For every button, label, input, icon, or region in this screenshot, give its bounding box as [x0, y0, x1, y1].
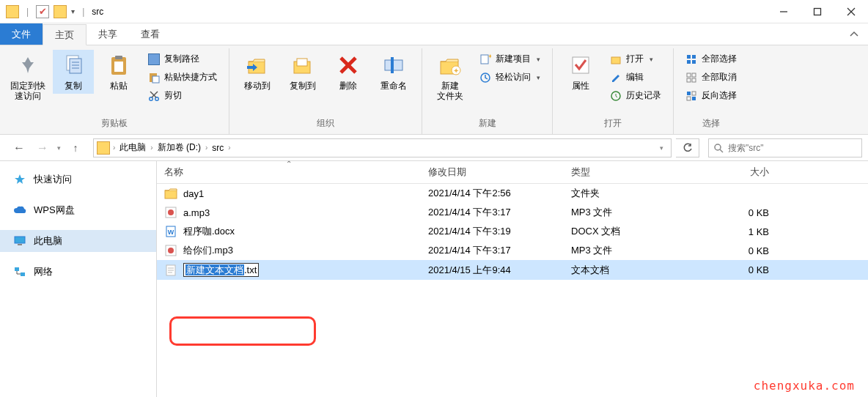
- chevron-up-icon: [849, 29, 859, 40]
- svg-point-54: [168, 209, 174, 215]
- svg-rect-50: [15, 267, 19, 271]
- svg-rect-40: [687, 78, 691, 82]
- copy-to-icon: [290, 53, 315, 78]
- edit-button[interactable]: 编辑: [607, 70, 664, 85]
- easy-access-button[interactable]: 轻松访问▾: [477, 70, 543, 85]
- sidebar-item-quick[interactable]: 快速访问: [0, 168, 156, 190]
- breadcrumb-pc[interactable]: 此电脑: [115, 141, 150, 154]
- column-size[interactable]: 大小: [688, 161, 776, 183]
- file-size: 0 KB: [688, 242, 776, 259]
- window-title: src: [92, 7, 103, 17]
- svg-rect-49: [18, 244, 22, 245]
- search-input[interactable]: [728, 143, 857, 153]
- svg-rect-20: [297, 59, 307, 66]
- paste-button[interactable]: 粘贴: [98, 50, 139, 94]
- properties-label: 属性: [572, 81, 589, 91]
- breadcrumb-folder[interactable]: src: [207, 143, 228, 153]
- maximize-button[interactable]: [801, 0, 834, 23]
- move-to-button[interactable]: 移动到: [237, 50, 278, 94]
- select-all-button[interactable]: 全部选择: [683, 51, 740, 67]
- delete-icon: [336, 53, 361, 78]
- column-type[interactable]: 类型: [564, 161, 688, 183]
- delete-button[interactable]: 删除: [328, 50, 369, 94]
- svg-rect-43: [692, 92, 696, 95]
- chevron-right-icon[interactable]: ›: [228, 144, 230, 152]
- close-icon: [847, 7, 856, 16]
- file-size: 0 KB: [688, 204, 776, 221]
- svg-rect-32: [611, 57, 620, 64]
- copy-icon: [61, 53, 86, 78]
- folder-qat-icon[interactable]: [54, 5, 67, 18]
- breadcrumb[interactable]: › 此电脑 › 新加卷 (D:) › src › ▾: [93, 138, 672, 157]
- forward-button[interactable]: →: [34, 141, 51, 155]
- back-button[interactable]: ←: [10, 141, 28, 155]
- star-icon: [13, 173, 26, 186]
- rename-label: 重命名: [380, 81, 407, 91]
- file-date: 2021/4/15 上午9:44: [421, 261, 564, 280]
- open-button[interactable]: 打开▾: [607, 51, 664, 67]
- new-folder-icon: ✦: [438, 53, 463, 78]
- pin-label: 固定到快 速访问: [10, 81, 45, 102]
- tab-share[interactable]: 共享: [87, 23, 129, 45]
- copy-button[interactable]: 复制: [53, 50, 94, 94]
- monitor-icon: [13, 234, 26, 248]
- svg-rect-38: [687, 73, 691, 77]
- history-dropdown-icon[interactable]: ▾: [57, 144, 61, 152]
- svg-rect-44: [687, 97, 691, 100]
- ribbon-group-clipboard: 固定到快 速访问 复制 粘贴 复制路径 粘贴快捷方式 剪切 剪贴板: [0, 48, 229, 134]
- qat-dropdown-icon[interactable]: ▾: [71, 7, 75, 15]
- history-button[interactable]: 历史记录: [607, 88, 664, 103]
- rename-button[interactable]: 重命名: [373, 50, 414, 94]
- refresh-button[interactable]: [676, 138, 699, 157]
- qat-sep: |: [26, 7, 29, 17]
- breadcrumb-drive[interactable]: 新加卷 (D:): [153, 141, 205, 154]
- file-row[interactable]: day12021/4/14 下午2:56文件夹: [157, 184, 868, 203]
- collapse-ribbon-button[interactable]: [840, 23, 868, 45]
- paste-shortcut-button[interactable]: 粘贴快捷方式: [145, 70, 220, 85]
- tab-home[interactable]: 主页: [43, 24, 87, 45]
- new-item-icon: ✦: [479, 53, 491, 65]
- breadcrumb-dropdown-icon[interactable]: ▾: [655, 144, 668, 152]
- svg-rect-5: [70, 59, 81, 73]
- tab-view[interactable]: 查看: [129, 23, 172, 45]
- close-button[interactable]: [834, 0, 868, 23]
- sidebar-item-pc[interactable]: 此电脑: [0, 230, 156, 252]
- invert-selection-button[interactable]: 反向选择: [683, 88, 740, 103]
- history-icon: [610, 90, 622, 102]
- folder-icon: [6, 5, 19, 18]
- minimize-button[interactable]: [767, 0, 801, 23]
- folder-icon: [164, 187, 177, 200]
- copy-to-button[interactable]: 复制到: [282, 50, 323, 94]
- properties-button[interactable]: 属性: [560, 50, 601, 94]
- search-box[interactable]: [708, 138, 862, 157]
- new-item-button[interactable]: ✦新建项目▾: [477, 51, 543, 67]
- scissors-icon: [148, 90, 160, 102]
- column-date[interactable]: 修改日期: [421, 161, 564, 183]
- title-bar: | ✔ ▾ | src: [0, 0, 868, 23]
- nav-sidebar: 快速访问 WPS网盘 此电脑 网络: [0, 161, 157, 397]
- file-row[interactable]: 新建文本文档.txt2021/4/15 上午9:44文本文档0 KB: [157, 260, 868, 280]
- sidebar-item-network[interactable]: 网络: [0, 261, 156, 283]
- cut-button[interactable]: 剪切: [145, 88, 220, 103]
- tab-file[interactable]: 文件: [0, 23, 43, 45]
- svg-text:✦: ✦: [453, 67, 459, 75]
- file-row[interactable]: 给你们.mp32021/4/14 下午3:17MP3 文件0 KB: [157, 241, 868, 260]
- copy-path-button[interactable]: 复制路径: [145, 51, 220, 67]
- svg-point-14: [150, 97, 153, 100]
- select-none-button[interactable]: 全部取消: [683, 70, 740, 85]
- new-folder-button[interactable]: ✦ 新建 文件夹: [430, 50, 471, 105]
- properties-qat-icon[interactable]: ✔: [36, 5, 49, 18]
- file-row[interactable]: W程序咖.docx2021/4/14 下午3:19DOCX 文档1 KB: [157, 222, 868, 241]
- column-name[interactable]: 名称⌃: [157, 161, 421, 183]
- pin-button[interactable]: 固定到快 速访问: [7, 50, 48, 105]
- file-row[interactable]: a.mp32021/4/14 下午3:17MP3 文件0 KB: [157, 203, 868, 222]
- rename-input[interactable]: 新建文本文档.txt: [183, 263, 259, 277]
- group-new-label: 新建: [430, 114, 545, 131]
- sidebar-item-wps[interactable]: WPS网盘: [0, 199, 156, 221]
- audio-icon: [164, 244, 177, 257]
- file-type: DOCX 文档: [564, 222, 688, 241]
- ribbon-group-select: 全部选择 全部取消 反向选择 选择: [674, 48, 749, 134]
- pin-icon: [15, 53, 40, 78]
- up-button[interactable]: ↑: [67, 142, 84, 154]
- qat-sep2: |: [82, 7, 84, 17]
